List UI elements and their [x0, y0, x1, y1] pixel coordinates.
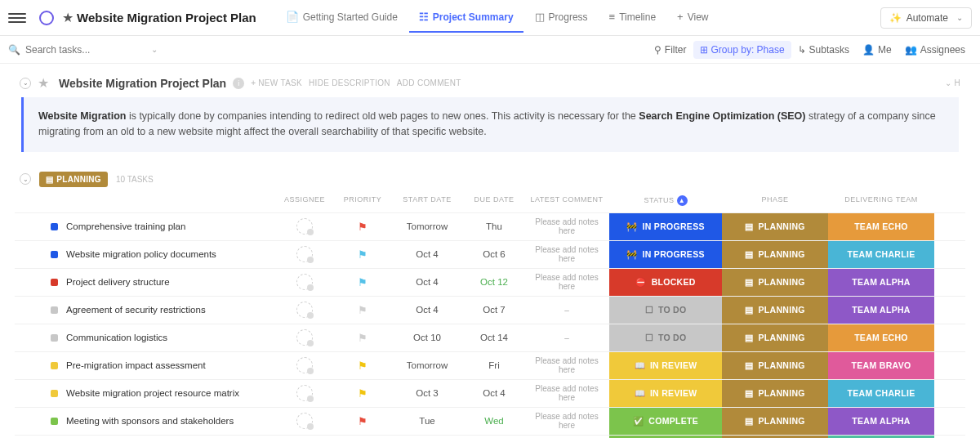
task-row[interactable]: Website migration policy documents⚑Oct 4… [15, 240, 965, 268]
assignees-button[interactable]: 👥Assignees [898, 41, 972, 59]
col-priority[interactable]: PRIORITY [335, 195, 390, 206]
assignee-avatar[interactable] [296, 302, 313, 318]
filter-button[interactable]: ⚲Filter [648, 41, 693, 59]
collapse-icon[interactable]: ⌄ [20, 173, 31, 185]
latest-comment[interactable]: – [564, 306, 569, 315]
col-phase[interactable]: PHASE [722, 195, 828, 206]
collapse-icon[interactable]: ⌄ H [945, 78, 960, 87]
team-cell[interactable]: TEAM CHARLIE [828, 380, 934, 407]
due-date[interactable]: Oct 14 [464, 324, 524, 351]
status-cell[interactable]: ☐TO DO [609, 324, 722, 351]
info-icon[interactable]: i [233, 78, 244, 89]
start-date[interactable]: Oct 4 [390, 297, 464, 324]
view-tab[interactable]: 📄Getting Started Guide [276, 2, 408, 33]
phase-cell[interactable]: ▤PLANNING [722, 297, 828, 324]
team-cell[interactable]: TEAM ALPHA [828, 269, 934, 296]
due-date[interactable]: Wed [464, 408, 524, 435]
flag-icon[interactable]: ⚑ [358, 276, 368, 288]
hide-description-button[interactable]: HIDE DESCRIPTION [309, 78, 390, 87]
add-comment-button[interactable]: ADD COMMENT [397, 78, 461, 87]
phase-cell[interactable]: ▤PLANNING [722, 241, 828, 268]
group-pill[interactable]: ▤PLANNING [39, 172, 108, 187]
due-date[interactable]: Oct 6 [464, 241, 524, 268]
view-tab[interactable]: +View [667, 2, 718, 33]
team-cell[interactable]: TEAM BRAVO [828, 352, 934, 379]
col-due-date[interactable]: DUE DATE [464, 195, 524, 206]
team-cell[interactable]: TEAM CHARLIE [828, 241, 934, 268]
flag-icon[interactable]: ⚑ [358, 387, 368, 400]
task-row[interactable]: Pre-migration impact assessment⚑Tomorrow… [15, 351, 965, 379]
latest-comment[interactable]: – [564, 333, 569, 342]
task-row[interactable]: Comprehensive training plan⚑TomorrowThuP… [15, 212, 965, 240]
task-row[interactable]: Website migration project resource matri… [15, 379, 965, 407]
status-cell[interactable]: ☐TO DO [609, 297, 722, 324]
task-row[interactable]: Project team completion⚑Oct 10Oct 17Plea… [15, 435, 965, 438]
assignee-avatar[interactable] [296, 246, 313, 262]
task-row[interactable]: Meeting with sponsors and stakeholders⚑T… [15, 407, 965, 435]
assignee-avatar[interactable] [296, 357, 313, 373]
logo-icon[interactable] [39, 11, 54, 25]
status-cell[interactable]: 🚧IN PROGRESS [609, 213, 722, 240]
due-date[interactable]: Fri [464, 352, 524, 379]
assignee-avatar[interactable] [296, 274, 313, 290]
phase-cell[interactable]: ▤PLANNING [722, 352, 828, 379]
due-date[interactable]: Oct 7 [464, 297, 524, 324]
start-date[interactable]: Oct 10 [390, 324, 464, 351]
col-team[interactable]: DELIVERING TEAM [828, 195, 934, 206]
new-task-button[interactable]: + NEW TASK [251, 78, 302, 87]
flag-icon[interactable]: ⚑ [358, 360, 368, 372]
col-assignee[interactable]: ASSIGNEE [274, 195, 335, 206]
latest-comment[interactable]: Please add noteshere [535, 412, 598, 430]
status-cell[interactable]: 🚧IN PROGRESS [609, 241, 722, 268]
view-tab[interactable]: ≡Timeline [599, 2, 666, 33]
status-cell[interactable]: ⛔BLOCKED [609, 269, 722, 296]
start-date[interactable]: Tomorrow [390, 352, 464, 379]
assignee-avatar[interactable] [296, 385, 313, 401]
assignee-avatar[interactable] [296, 218, 313, 235]
flag-icon[interactable]: ⚑ [358, 332, 368, 344]
hamburger-icon[interactable] [8, 9, 26, 27]
assignee-avatar[interactable] [296, 413, 313, 429]
team-cell[interactable]: TEAM ECHO [828, 324, 934, 351]
due-date[interactable]: Thu [464, 213, 524, 240]
task-row[interactable]: Project delivery structure⚑Oct 4Oct 12Pl… [15, 268, 965, 296]
due-date[interactable]: Oct 4 [464, 380, 524, 407]
status-cell[interactable]: 📖IN REVIEW [609, 352, 722, 379]
task-row[interactable]: Communication logistics⚑Oct 10Oct 14–☐TO… [15, 324, 965, 351]
start-date[interactable]: Tomorrow [390, 213, 464, 240]
me-button[interactable]: 👤Me [856, 41, 898, 59]
latest-comment[interactable]: Please add noteshere [535, 245, 598, 263]
flag-icon[interactable]: ⚑ [358, 221, 368, 233]
phase-cell[interactable]: ▤PLANNING [722, 213, 828, 240]
phase-cell[interactable]: ▤PLANNING [722, 408, 828, 435]
status-cell[interactable]: ✅COMPLETE [609, 408, 722, 435]
phase-cell[interactable]: ▤PLANNING [722, 324, 828, 351]
latest-comment[interactable]: Please add noteshere [535, 384, 598, 402]
view-tab[interactable]: ◫Progress [525, 2, 598, 33]
latest-comment[interactable]: Please add noteshere [535, 217, 598, 235]
col-start-date[interactable]: START DATE [390, 195, 464, 206]
flag-icon[interactable]: ⚑ [358, 248, 368, 261]
status-cell[interactable]: 📖IN REVIEW [609, 380, 722, 407]
flag-icon[interactable]: ⚑ [358, 304, 368, 316]
due-date[interactable]: Oct 12 [464, 269, 524, 296]
view-tab[interactable]: ☷Project Summary [409, 2, 523, 33]
automate-button[interactable]: ✨ Automate ⌄ [880, 7, 972, 29]
star-icon[interactable]: ★ [38, 75, 49, 91]
chevron-down-icon[interactable]: ⌄ [151, 45, 158, 54]
task-row[interactable]: Agreement of security restrictions⚑Oct 4… [15, 296, 965, 324]
col-status[interactable]: STATUS▲ [609, 195, 722, 206]
start-date[interactable]: Oct 4 [390, 241, 464, 268]
start-date[interactable]: Oct 4 [390, 269, 464, 296]
col-latest-comment[interactable]: LATEST COMMENT [524, 195, 609, 206]
team-cell[interactable]: TEAM ECHO [828, 213, 934, 240]
team-cell[interactable]: TEAM ALPHA [828, 297, 934, 324]
team-cell[interactable]: TEAM ALPHA [828, 408, 934, 435]
start-date[interactable]: Tue [390, 408, 464, 435]
latest-comment[interactable]: Please add noteshere [535, 273, 598, 291]
star-icon[interactable]: ★ [62, 10, 74, 25]
latest-comment[interactable]: Please add noteshere [535, 356, 598, 374]
collapse-icon[interactable]: ⌄ [20, 78, 31, 89]
phase-cell[interactable]: ▤PLANNING [722, 380, 828, 407]
groupby-button[interactable]: ⊞Group by: Phase [693, 41, 791, 59]
